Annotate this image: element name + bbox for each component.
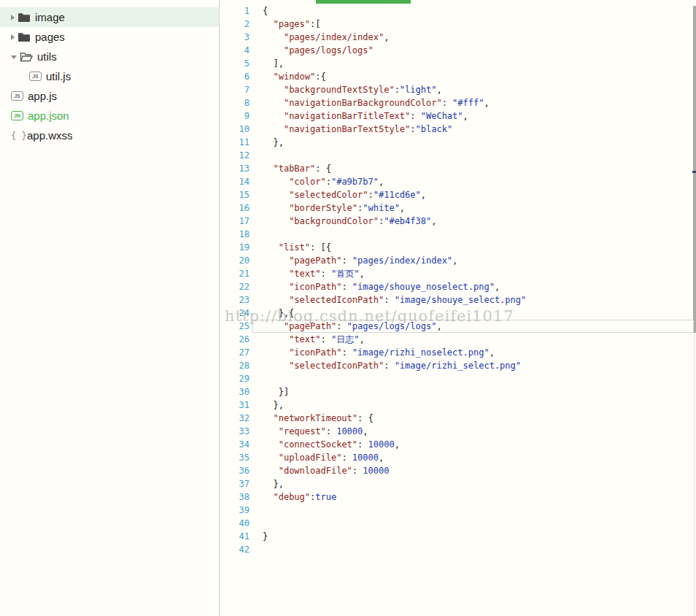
line-number[interactable]: 10 <box>220 123 250 136</box>
code-line[interactable]: 42 <box>220 543 696 556</box>
scrollbar-thumb[interactable] <box>693 6 696 333</box>
line-number[interactable]: 29 <box>220 372 250 385</box>
code-line[interactable]: 28 "selectedIconPath": "image/rizhi_sele… <box>220 359 696 372</box>
code-line[interactable]: 1{ <box>220 4 696 18</box>
line-number[interactable]: 42 <box>220 543 250 556</box>
code-line[interactable]: 5 ], <box>220 57 696 70</box>
sidebar-item-app-wxss[interactable]: { }app.wxss <box>0 126 219 145</box>
sidebar-item-pages[interactable]: pages <box>0 27 219 47</box>
code-editor[interactable]: 1{2 "pages":[3 "pages/index/index",4 "pa… <box>220 0 696 616</box>
line-number[interactable]: 35 <box>220 451 250 464</box>
code-line[interactable]: 7 "backgroundTextStyle":"light", <box>220 83 696 96</box>
code-line[interactable]: 40 <box>220 517 696 530</box>
code-line[interactable]: 20 "pagePath": "pages/index/index", <box>220 254 696 267</box>
sidebar-item-image[interactable]: image <box>0 7 219 27</box>
sidebar-item-app-json[interactable]: JNapp.json <box>0 106 219 126</box>
line-number[interactable]: 30 <box>220 385 250 399</box>
code-line[interactable]: 33 "request": 10000, <box>220 425 696 438</box>
line-number[interactable]: 24 <box>220 307 250 320</box>
chevron-right-icon[interactable] <box>11 34 15 40</box>
code-line[interactable]: 18 <box>220 228 696 241</box>
code-line[interactable]: 12 <box>220 149 696 162</box>
code-line[interactable]: 4 "pages/logs/logs" <box>220 44 696 57</box>
sidebar-item-app-js[interactable]: JSapp.js <box>0 86 219 106</box>
code-line[interactable]: 19 "list": [{ <box>220 241 696 254</box>
code-line[interactable]: 10 "navigationBarTextStyle":"black" <box>220 123 696 136</box>
code-line[interactable]: 11 }, <box>220 136 696 149</box>
code-line[interactable]: 41} <box>220 530 696 543</box>
line-number[interactable]: 26 <box>220 333 250 346</box>
sidebar-item-utils[interactable]: utils <box>0 47 219 66</box>
code-line[interactable]: 8 "navigationBarBackgroundColor": "#fff"… <box>220 96 696 109</box>
chevron-right-icon[interactable] <box>11 15 15 20</box>
code-line[interactable]: 24 },{ <box>220 307 696 320</box>
code-line[interactable]: 9 "navigationBarTitleText": "WeChat", <box>220 109 696 123</box>
line-number[interactable]: 3 <box>220 31 250 44</box>
code-line[interactable]: 17 "backgroundColor":"#eb4f38", <box>220 215 696 228</box>
token-punctuation <box>263 321 284 331</box>
line-number[interactable]: 1 <box>220 4 250 18</box>
token-value-blue: "首页" <box>331 269 359 279</box>
line-number[interactable]: 17 <box>220 215 250 228</box>
code-line[interactable]: 37 }, <box>220 477 696 490</box>
code-line[interactable]: 14 "color":"#a9b7b7", <box>220 175 696 188</box>
line-number[interactable]: 22 <box>220 280 250 293</box>
line-number[interactable]: 15 <box>220 188 250 201</box>
code-line[interactable]: 30 }] <box>220 385 696 399</box>
code-line[interactable]: 38 "debug":true <box>220 490 696 504</box>
line-number[interactable]: 38 <box>220 490 250 504</box>
sidebar-item-util-js[interactable]: JSutil.js <box>0 66 219 86</box>
chevron-down-icon[interactable] <box>11 55 17 59</box>
code-line[interactable]: 29 <box>220 372 696 385</box>
code-line[interactable]: 26 "text": "日志", <box>220 333 696 346</box>
line-number[interactable]: 9 <box>220 109 250 123</box>
line-number[interactable]: 2 <box>220 18 250 31</box>
code-line[interactable]: 39 <box>220 504 696 517</box>
code-line[interactable]: 35 "uploadFile": 10000, <box>220 451 696 464</box>
line-number[interactable]: 39 <box>220 504 250 517</box>
code-line[interactable]: 13 "tabBar": { <box>220 162 696 175</box>
code-line[interactable]: 27 "iconPath": "image/rizhi_noselect.png… <box>220 346 696 359</box>
line-number[interactable]: 14 <box>220 175 250 188</box>
line-number[interactable]: 33 <box>220 425 250 438</box>
line-number[interactable]: 32 <box>220 412 250 425</box>
code-line[interactable]: 6 "window":{ <box>220 70 696 83</box>
code-line[interactable]: 32 "networkTimeout": { <box>220 412 696 425</box>
token-punctuation <box>263 282 289 292</box>
line-number[interactable]: 7 <box>220 83 250 96</box>
line-number[interactable]: 34 <box>220 438 250 451</box>
code-line[interactable]: 2 "pages":[ <box>220 18 696 31</box>
line-number[interactable]: 28 <box>220 359 250 372</box>
line-number[interactable]: 36 <box>220 464 250 477</box>
code-line[interactable]: 23 "selectedIconPath": "image/shouye_sel… <box>220 293 696 307</box>
active-tab-indicator[interactable] <box>316 0 411 4</box>
code-line[interactable]: 3 "pages/index/index", <box>220 31 696 44</box>
line-number[interactable]: 6 <box>220 70 250 83</box>
line-number[interactable]: 5 <box>220 57 250 70</box>
line-number[interactable]: 19 <box>220 241 250 254</box>
line-number[interactable]: 27 <box>220 346 250 359</box>
line-number[interactable]: 18 <box>220 228 250 241</box>
line-number[interactable]: 11 <box>220 136 250 149</box>
line-number[interactable]: 37 <box>220 477 250 490</box>
line-number[interactable]: 13 <box>220 162 250 175</box>
code-line[interactable]: 16 "borderStyle":"white", <box>220 201 696 215</box>
code-line[interactable]: 15 "selectedColor":"#11cd6e", <box>220 188 696 201</box>
code-line[interactable]: 31 }, <box>220 399 696 412</box>
line-number[interactable]: 16 <box>220 201 250 215</box>
code-line[interactable]: 21 "text": "首页", <box>220 267 696 280</box>
line-number[interactable]: 8 <box>220 96 250 109</box>
line-number[interactable]: 25 <box>220 320 250 333</box>
line-number[interactable]: 4 <box>220 44 250 57</box>
code-line[interactable]: 25 "pagePath": "pages/logs/logs", <box>220 320 696 333</box>
code-line[interactable]: 36 "downloadFile": 10000 <box>220 464 696 477</box>
line-number[interactable]: 21 <box>220 267 250 280</box>
line-number[interactable]: 31 <box>220 399 250 412</box>
code-line[interactable]: 22 "iconPath": "image/shouye_noselect.pn… <box>220 280 696 293</box>
code-line[interactable]: 34 "connectSocket": 10000, <box>220 438 696 451</box>
line-number[interactable]: 12 <box>220 149 250 162</box>
line-number[interactable]: 20 <box>220 254 250 267</box>
line-number[interactable]: 41 <box>220 530 250 543</box>
line-number[interactable]: 23 <box>220 293 250 307</box>
line-number[interactable]: 40 <box>220 517 250 530</box>
